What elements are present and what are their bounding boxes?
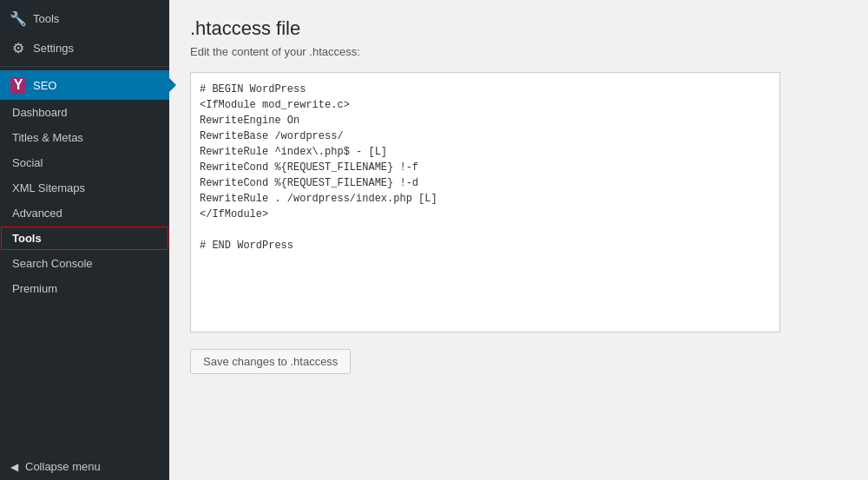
wrench-icon: 🔧 [10,10,26,26]
sidebar-item-premium[interactable]: Premium [0,276,169,301]
save-changes-button[interactable]: Save changes to .htaccess [190,349,351,374]
collapse-menu[interactable]: ◀ Collapse menu [0,453,169,480]
titles-metas-label: Titles & Metas [12,131,83,144]
sidebar-item-seo[interactable]: Y SEO [0,70,169,100]
social-label: Social [12,156,43,169]
sidebar-item-settings[interactable]: ⚙ Settings [0,33,169,62]
page-title: .htaccess file [190,17,847,40]
sidebar-item-search-console[interactable]: Search Console [0,251,169,276]
sidebar: 🔧 Tools ⚙ Settings Y SEO Dashboard Title… [0,0,169,480]
htaccess-editor[interactable] [190,72,780,332]
sidebar-top-items: 🔧 Tools ⚙ Settings [0,0,169,62]
main-content: .htaccess file Edit the content of your … [169,0,868,480]
yoast-icon: Y [10,77,26,93]
sidebar-item-dashboard[interactable]: Dashboard [0,100,169,125]
sidebar-item-titles-metas[interactable]: Titles & Metas [0,125,169,150]
sidebar-item-tools-label: Tools [33,12,59,25]
page-subtitle: Edit the content of your .htaccess: [190,45,847,58]
settings-icon: ⚙ [10,40,26,56]
xml-sitemaps-label: XML Sitemaps [12,181,85,194]
search-console-label: Search Console [12,257,93,270]
seo-subnav: Dashboard Titles & Metas Social XML Site… [0,100,169,301]
sidebar-item-advanced[interactable]: Advanced [0,201,169,226]
sidebar-seo-label: SEO [33,79,56,92]
premium-label: Premium [12,282,57,295]
sidebar-item-settings-label: Settings [33,42,74,55]
sidebar-divider [0,66,169,67]
dashboard-label: Dashboard [12,106,68,119]
arrow-left-icon: ◀ [10,461,18,473]
sidebar-item-tools[interactable]: 🔧 Tools [0,3,169,33]
tools-sub-label: Tools [12,232,42,245]
collapse-label: Collapse menu [25,460,101,473]
sidebar-item-tools-sub[interactable]: Tools [0,226,169,251]
advanced-label: Advanced [12,207,62,220]
sidebar-item-xml-sitemaps[interactable]: XML Sitemaps [0,175,169,201]
sidebar-item-social[interactable]: Social [0,150,169,175]
